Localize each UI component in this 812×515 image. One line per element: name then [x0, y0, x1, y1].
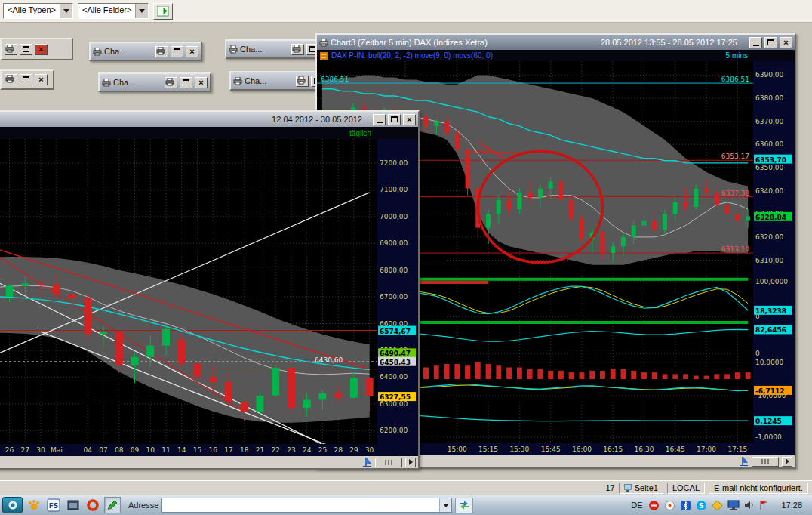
print-button[interactable] — [165, 77, 177, 88]
daily-plot-area[interactable]: 7200,007100,007000,006900,006800,006700,… — [0, 139, 418, 456]
address-dropdown-button[interactable] — [439, 498, 451, 512]
window-app-shortcut[interactable] — [65, 497, 82, 513]
type-filter-dropdown-button[interactable] — [60, 4, 72, 18]
svg-text:6313,10: 6313,10 — [721, 245, 749, 253]
horizontal-scrollbar-thumb[interactable] — [375, 458, 402, 467]
svg-text:6200,00: 6200,00 — [380, 427, 408, 434]
start-button[interactable] — [2, 497, 23, 513]
restore-icon — [23, 46, 29, 52]
daily-chart-svg[interactable]: 7200,007100,007000,006900,006800,006700,… — [0, 139, 418, 456]
svg-text:22: 22 — [271, 446, 279, 454]
svg-text:09: 09 — [131, 446, 140, 454]
minimize-button[interactable] — [749, 37, 762, 48]
minimize-button[interactable] — [373, 114, 386, 125]
svg-text:10,0000: 10,0000 — [755, 359, 783, 366]
close-button[interactable]: × — [186, 46, 198, 57]
svg-text:6353,70: 6353,70 — [755, 156, 786, 164]
print-button[interactable] — [5, 44, 17, 55]
printer-icon — [233, 77, 242, 85]
svg-text:6430,60: 6430,60 — [315, 356, 343, 364]
close-icon: × — [783, 38, 788, 47]
mini-window-titlebar[interactable]: Cha... × — [91, 43, 201, 60]
skype-tray-icon[interactable]: S — [696, 500, 707, 511]
svg-text:17:15: 17:15 — [727, 446, 747, 453]
svg-text:Mai: Mai — [51, 446, 63, 454]
svg-text:15:45: 15:45 — [541, 446, 561, 453]
svg-text:18,3238: 18,3238 — [755, 307, 786, 315]
system-tray: DE S 17:28 — [629, 500, 810, 511]
svg-text:27: 27 — [21, 446, 29, 454]
svg-text:23: 23 — [287, 446, 295, 454]
svg-text:15: 15 — [193, 446, 201, 454]
svg-text:30: 30 — [365, 446, 374, 454]
taskbar-clock[interactable]: 17:28 — [774, 501, 808, 510]
close-button[interactable]: × — [195, 77, 208, 88]
close-button[interactable]: × — [780, 37, 792, 48]
fs-app-shortcut[interactable]: FS — [45, 497, 62, 513]
flag-icon[interactable] — [759, 500, 769, 510]
maximize-button[interactable] — [764, 37, 777, 48]
language-indicator[interactable]: DE — [629, 501, 644, 510]
bluetooth-icon[interactable] — [680, 500, 691, 511]
print-button[interactable] — [155, 46, 168, 57]
paw-icon — [27, 498, 41, 512]
svg-text:6353,17: 6353,17 — [721, 153, 749, 160]
pencil-icon — [106, 498, 119, 512]
window-titlebar-fragment[interactable]: × — [0, 38, 73, 60]
print-button[interactable] — [5, 74, 17, 85]
svg-text:6327,55: 6327,55 — [380, 393, 411, 401]
maximize-icon — [183, 79, 189, 85]
maximize-button[interactable] — [171, 46, 183, 57]
window-titlebar-fragment[interactable]: × — [0, 69, 54, 90]
restore-icon — [23, 76, 29, 82]
network-display-icon[interactable] — [727, 500, 740, 510]
paw-app-shortcut[interactable] — [26, 497, 42, 513]
type-filter-combo[interactable]: <Alle Typen> — [3, 3, 73, 19]
pencil-app-shortcut[interactable] — [104, 497, 121, 513]
field-filter-combo[interactable]: <Alle Felder> — [78, 3, 149, 19]
svg-text:14: 14 — [177, 446, 186, 454]
daily-titlebar[interactable]: 12.04.2012 - 30.05.2012 × — [0, 112, 418, 127]
volume-icon[interactable] — [744, 500, 755, 510]
print-button[interactable] — [296, 76, 309, 87]
page-icon — [624, 484, 632, 492]
horizontal-scrollbar-thumb[interactable] — [752, 457, 779, 467]
mini-chart-window[interactable]: Cha... × — [98, 72, 211, 92]
status-message: E-mail nicht konfiguriert. — [709, 483, 808, 494]
maximize-button[interactable] — [388, 114, 401, 125]
field-filter-dropdown-button[interactable] — [135, 4, 148, 18]
update-tray-icon[interactable] — [712, 500, 723, 511]
address-input[interactable] — [162, 499, 439, 511]
print-button[interactable] — [291, 44, 304, 55]
security-tray-icon[interactable] — [648, 500, 660, 511]
svg-text:04: 04 — [84, 446, 93, 454]
svg-text:21: 21 — [256, 446, 264, 454]
restore-button[interactable] — [20, 74, 32, 85]
scroll-right-button[interactable] — [405, 458, 416, 467]
apply-filter-button[interactable] — [153, 3, 173, 20]
app-window-icon — [66, 498, 80, 512]
svg-text:25: 25 — [318, 446, 327, 454]
filter-toolbar: <Alle Typen> <Alle Felder> — [0, 0, 812, 23]
mini-window-titlebar[interactable]: Cha... × — [100, 74, 210, 91]
chart3-titlebar[interactable]: Chart3 (Zeitbar 5 min) DAX (Indizes Xetr… — [317, 35, 795, 50]
status-mode: LOCAL — [667, 483, 705, 494]
chart3-date-range: 28.05.2012 13:55 - 28.05.2012 17:25 — [601, 38, 737, 47]
sail-icon[interactable] — [738, 456, 749, 467]
maximize-button[interactable] — [180, 77, 192, 88]
app-tray-icon[interactable] — [664, 500, 675, 511]
opera-shortcut[interactable] — [85, 497, 101, 513]
scroll-right-button[interactable] — [782, 457, 792, 467]
svg-text:10: 10 — [146, 446, 155, 454]
close-button[interactable]: × — [403, 114, 416, 125]
svg-text:7000,00: 7000,00 — [380, 213, 408, 220]
mini-window-title: Cha... — [240, 45, 262, 54]
close-button[interactable]: × — [35, 74, 48, 85]
mini-chart-window[interactable]: Cha... × — [89, 42, 202, 61]
sail-icon[interactable] — [361, 457, 372, 467]
close-icon: × — [38, 45, 43, 54]
restore-button[interactable] — [20, 44, 32, 55]
close-button[interactable]: × — [35, 44, 48, 55]
address-go-button[interactable] — [455, 498, 473, 513]
svg-text:6337,38: 6337,38 — [721, 190, 749, 197]
